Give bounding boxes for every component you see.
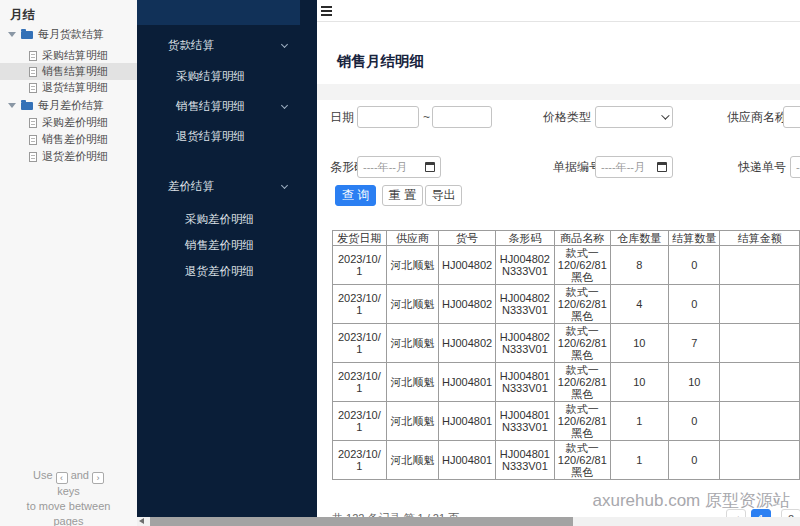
cell-settle-qty: 0 [669, 246, 720, 285]
module-sidebar: 货款结算 采购结算明细 销售结算明细 退货结算明细 差价结算 采购差价明细 销售… [137, 0, 317, 517]
page-title: 销售月结明细 [337, 52, 424, 71]
settlement-table: 发货日期 供应商 货号 条形码 商品名称 仓库数量 结算数量 结算金额 2023… [332, 230, 800, 480]
export-button[interactable]: 导出 [425, 185, 462, 206]
query-button[interactable]: 查 询 [335, 185, 376, 206]
cell-warehouse-qty: 1 [610, 441, 669, 480]
expand-triangle-icon[interactable] [8, 103, 16, 108]
table-row: 2023/10/1 河北顺魁 HJ004802 HJ004802N333V01 … [333, 285, 800, 324]
cell-barcode: HJ004801N333V01 [495, 441, 555, 480]
cell-settle-qty: 0 [669, 402, 720, 441]
cell-settle-amount [720, 324, 800, 363]
express-label: 快递单号 [738, 156, 786, 178]
tree-page-return-diff[interactable]: 退货差价明细 [0, 148, 137, 165]
cell-settle-qty: 0 [669, 441, 720, 480]
tree-folder-label: 每月货款结算 [38, 27, 104, 42]
table-row: 2023/10/1 河北顺魁 HJ004801 HJ004801N333V01 … [333, 363, 800, 402]
cell-warehouse-qty: 1 [610, 402, 669, 441]
date-from-input[interactable] [357, 106, 419, 128]
cell-settle-amount [720, 363, 800, 402]
barcode-month-picker[interactable]: ----年--月 [357, 156, 441, 178]
product-spec: 120/62/81 黑色 [557, 337, 607, 361]
cell-settle-qty: 0 [669, 285, 720, 324]
top-bar [317, 0, 800, 22]
cell-date: 2023/10/1 [333, 324, 387, 363]
menu-item-purchase-diff[interactable]: 采购差价明细 [185, 212, 254, 226]
date-to-input[interactable] [432, 106, 492, 128]
menu-item-label: 采购差价明细 [185, 213, 254, 225]
chevron-down-icon[interactable] [281, 41, 288, 48]
menu-group-payment-settle[interactable]: 货款结算 [168, 38, 214, 52]
menu-item-label: 销售结算明细 [176, 100, 245, 112]
menu-item-return-settle[interactable]: 退货结算明细 [176, 129, 245, 143]
product-spec: 120/62/81 黑色 [557, 376, 607, 400]
cell-product: 款式一120/62/81 黑色 [555, 324, 610, 363]
page-tree-title: 月结 [10, 7, 35, 24]
document-icon [29, 118, 37, 128]
product-name: 款式一 [557, 403, 607, 415]
tree-page-sales-settle[interactable]: 销售结算明细 [0, 63, 137, 80]
tree-page-purchase-diff[interactable]: 采购差价明细 [0, 114, 137, 131]
price-type-select[interactable] [595, 106, 673, 128]
cell-supplier: 河北顺魁 [386, 246, 439, 285]
product-name: 款式一 [557, 247, 607, 259]
cell-barcode: HJ004802N333V01 [495, 324, 555, 363]
scrollbar-thumb[interactable] [150, 517, 573, 526]
menu-group-pricediff-settle[interactable]: 差价结算 [168, 179, 214, 193]
tree-folder-monthly-pricediff[interactable]: 每月差价结算 [0, 97, 137, 114]
express-month-picker[interactable]: ----年--月 [790, 156, 800, 178]
tree-folder-monthly-payment[interactable]: 每月货款结算 [0, 26, 137, 43]
cell-item-no: HJ004801 [439, 363, 495, 402]
supplier-label: 供应商名称 [727, 106, 787, 128]
folder-icon [21, 31, 33, 39]
help-line-keys: keys [0, 484, 137, 499]
calendar-icon[interactable] [657, 162, 667, 172]
collapse-menu-icon[interactable] [321, 6, 332, 8]
right-key-icon: › [92, 472, 104, 484]
supplier-input[interactable] [783, 106, 800, 128]
reset-button[interactable]: 重 置 [382, 185, 423, 206]
col-header-barcode: 条形码 [495, 231, 555, 246]
product-name: 款式一 [557, 325, 607, 337]
calendar-icon[interactable] [425, 162, 435, 172]
cell-item-no: HJ004802 [439, 246, 495, 285]
chevron-down-icon[interactable] [281, 182, 288, 189]
cell-supplier: 河北顺魁 [386, 441, 439, 480]
menu-item-return-diff[interactable]: 退货差价明细 [185, 264, 254, 278]
horizontal-scrollbar[interactable] [137, 517, 800, 526]
menu-item-purchase-settle[interactable]: 采购结算明细 [176, 69, 245, 83]
tree-page-label: 销售结算明细 [42, 64, 108, 79]
cell-barcode: HJ004802N333V01 [495, 246, 555, 285]
col-header-settle-qty: 结算数量 [669, 231, 720, 246]
product-spec: 120/62/81 黑色 [557, 259, 607, 283]
menu-item-label: 采购结算明细 [176, 70, 245, 82]
document-icon [29, 83, 37, 93]
cell-barcode: HJ004802N333V01 [495, 285, 555, 324]
product-name: 款式一 [557, 442, 607, 454]
tree-page-purchase-settle[interactable]: 采购结算明细 [0, 47, 137, 64]
table-header-row: 发货日期 供应商 货号 条形码 商品名称 仓库数量 结算数量 结算金额 [333, 231, 800, 246]
cell-warehouse-qty: 10 [610, 363, 669, 402]
tree-page-label: 退货差价明细 [42, 149, 108, 164]
cell-supplier: 河北顺魁 [386, 363, 439, 402]
help-line-pages: pages [0, 514, 137, 526]
col-header-settle-amount: 结算金额 [720, 231, 800, 246]
cell-settle-qty: 7 [669, 324, 720, 363]
menu-item-sales-settle[interactable]: 销售结算明细 [176, 99, 245, 113]
cell-warehouse-qty: 4 [610, 285, 669, 324]
tree-page-return-settle[interactable]: 退货结算明细 [0, 79, 137, 96]
section-divider-band [317, 84, 800, 100]
cell-settle-qty: 10 [669, 363, 720, 402]
document-icon [29, 67, 37, 77]
tree-page-sales-diff[interactable]: 销售差价明细 [0, 131, 137, 148]
col-header-item-no: 货号 [439, 231, 495, 246]
chevron-down-icon[interactable] [281, 102, 288, 109]
menu-item-sales-diff[interactable]: 销售差价明细 [185, 238, 254, 252]
tree-page-label: 退货结算明细 [42, 80, 108, 95]
menu-item-label: 退货结算明细 [176, 130, 245, 142]
expand-triangle-icon[interactable] [8, 32, 16, 37]
doc-no-month-picker[interactable]: ----年--月 [595, 156, 673, 178]
price-type-label: 价格类型 [543, 106, 591, 128]
scroll-left-arrow-icon[interactable] [139, 518, 144, 524]
cell-settle-amount [720, 246, 800, 285]
product-spec: 120/62/81 黑色 [557, 454, 607, 478]
